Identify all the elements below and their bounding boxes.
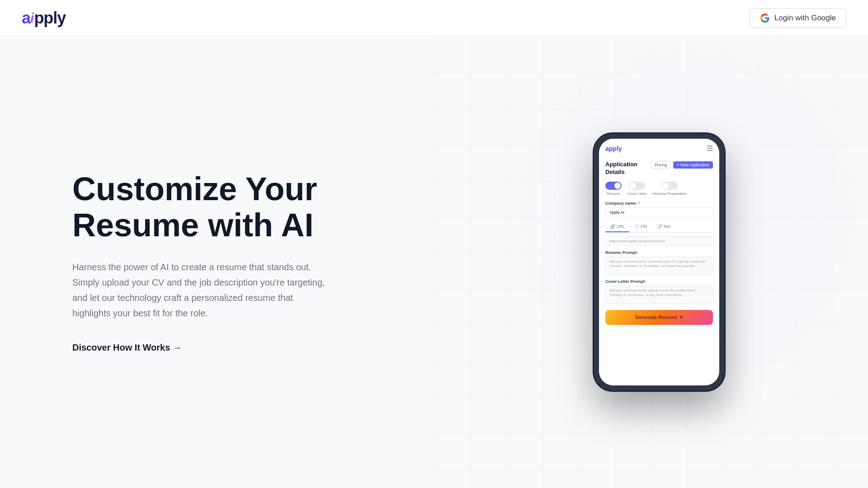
logo-pply: pply bbox=[34, 9, 66, 28]
company-name-input[interactable]: Apply AI bbox=[605, 207, 713, 217]
cover-letter-toggle-label: Cover Letter bbox=[627, 192, 647, 196]
interview-toggle-label: Interview Preparation bbox=[652, 192, 687, 196]
hero-description: Harness the power of AI to create a resu… bbox=[72, 259, 326, 321]
interview-toggle-knob bbox=[662, 183, 669, 189]
phone-frame: apply ☰ ApplicationDetails Pricing + New… bbox=[594, 133, 725, 391]
phone-mockup-section: apply ☰ ApplicationDetails Pricing + New… bbox=[477, 133, 868, 391]
app-section-title: ApplicationDetails bbox=[605, 161, 637, 176]
logo-a: a bbox=[22, 9, 30, 28]
interview-toggle-item: Interview Preparation bbox=[652, 182, 687, 196]
resume-toggle-item: Resume bbox=[605, 182, 622, 196]
tab-url-label: URL bbox=[617, 224, 625, 229]
login-with-google-button[interactable]: Login with Google bbox=[750, 8, 846, 28]
logo[interactable]: aipply bbox=[22, 9, 66, 28]
app-title-row: ApplicationDetails Pricing + New Applica… bbox=[605, 161, 713, 176]
app-title-actions: Pricing + New Application bbox=[651, 161, 713, 169]
cover-letter-toggle-knob bbox=[630, 183, 636, 189]
resume-toggle-label: Resume bbox=[607, 192, 620, 196]
source-tabs: 🔗 URL 📄 File 📝 Text bbox=[605, 222, 713, 233]
header: aipply Login with Google bbox=[0, 0, 868, 36]
interview-toggle[interactable] bbox=[661, 182, 678, 190]
tab-file[interactable]: 📄 File bbox=[629, 222, 652, 232]
main-content: Customize Your Resume with AI Harness th… bbox=[0, 36, 868, 488]
cover-letter-prompt-label: Cover Letter Prompt: bbox=[605, 279, 713, 284]
tab-text-label: Text bbox=[663, 224, 671, 229]
google-icon bbox=[760, 13, 770, 23]
phone-app-content: ApplicationDetails Pricing + New Applica… bbox=[599, 156, 719, 385]
cover-letter-prompt-textarea[interactable]: Add your personal touch: specify a tone … bbox=[605, 286, 713, 304]
company-name-label: Company name: * bbox=[605, 201, 713, 206]
toggles-row: Resume Cover Letter Interv bbox=[605, 182, 713, 196]
pricing-button[interactable]: Pricing bbox=[651, 161, 671, 169]
tab-file-label: File bbox=[641, 224, 647, 229]
phone-screen: apply ☰ ApplicationDetails Pricing + New… bbox=[599, 139, 719, 385]
logo-i: i bbox=[30, 10, 33, 26]
discover-how-it-works-link[interactable]: Discover How It Works → bbox=[72, 343, 182, 353]
file-icon: 📄 bbox=[634, 224, 639, 229]
hero-title: Customize Your Resume with AI bbox=[72, 171, 441, 243]
hero-section: Customize Your Resume with AI Harness th… bbox=[0, 144, 477, 380]
login-button-label: Login with Google bbox=[774, 14, 836, 23]
resume-toggle-knob bbox=[614, 183, 621, 189]
resume-prompt-label: Resume Prompt: bbox=[605, 250, 713, 255]
tab-text[interactable]: 📝 Text bbox=[652, 222, 675, 232]
generate-resume-button[interactable]: Generate Resume ✦ bbox=[605, 310, 713, 325]
text-icon: 📝 bbox=[656, 224, 662, 229]
phone-app-header: apply ☰ bbox=[599, 139, 719, 156]
resume-prompt-textarea[interactable]: Add your personal touch: customize your … bbox=[605, 257, 713, 275]
required-asterisk: * bbox=[638, 201, 640, 206]
phone-app-logo: apply bbox=[605, 145, 622, 152]
resume-toggle[interactable] bbox=[605, 182, 622, 190]
url-input[interactable]: https://www.apply-ai.work/jobs/123 bbox=[605, 236, 713, 246]
cover-letter-toggle-item: Cover Letter bbox=[627, 182, 647, 196]
link-icon: 🔗 bbox=[610, 224, 615, 229]
cover-letter-toggle[interactable] bbox=[629, 182, 645, 190]
new-application-button[interactable]: + New Application bbox=[673, 161, 713, 169]
phone-menu-icon[interactable]: ☰ bbox=[707, 144, 713, 153]
tab-url[interactable]: 🔗 URL bbox=[605, 222, 629, 232]
